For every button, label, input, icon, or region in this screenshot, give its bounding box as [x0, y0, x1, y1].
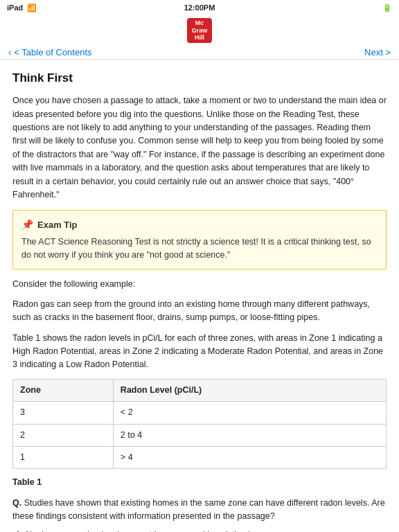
table-header-zone: Zone [13, 379, 114, 401]
radon-intro: Radon gas can seep from the ground into … [12, 298, 387, 325]
toc-link[interactable]: < Table of Contents [14, 47, 91, 57]
status-time: 12:00PM [184, 3, 215, 12]
table-cell-level: < 2 [113, 402, 386, 424]
tip-icon: 📌 [21, 218, 33, 233]
table-row: 3 < 2 [13, 402, 387, 424]
status-bar: iPad 📶 12:00PM 🔋 [0, 0, 399, 15]
table-cell-zone: 2 [13, 424, 114, 446]
status-right: 🔋 [382, 3, 392, 12]
choice-a: A. No, because radon levels cannot be me… [12, 529, 387, 532]
exam-tip-text: The ACT Science Reasoning Test is not st… [21, 236, 378, 262]
page-title: Think First [12, 69, 387, 87]
table-label: Table 1 [12, 476, 387, 489]
question-q-label: Q. [12, 498, 21, 508]
table-cell-zone: 3 [13, 402, 114, 424]
exam-tip-header: 📌 Exam Tip [21, 218, 378, 233]
table-row: 1 > 4 [13, 446, 387, 468]
back-chevron-icon: ‹ [8, 47, 11, 57]
nav-back[interactable]: ‹ < Table of Contents [8, 47, 92, 57]
nav-bar[interactable]: ‹ < Table of Contents Next > [0, 46, 399, 60]
radon-table: Zone Radon Level (pCi/L) 3 < 2 2 2 to 4 … [12, 379, 387, 470]
table-cell-zone: 1 [13, 446, 114, 468]
question-body: Studies have shown that existing homes i… [12, 498, 385, 521]
status-left: iPad 📶 [7, 3, 37, 12]
table-cell-level: > 4 [113, 446, 386, 468]
logo-bar: McGrawHill [0, 15, 399, 46]
question-section: Q. Studies have shown that existing home… [12, 497, 387, 532]
carrier-label: iPad [7, 3, 23, 12]
nav-next[interactable]: Next > [364, 47, 391, 57]
table-cell-level: 2 to 4 [113, 424, 386, 446]
battery-icon: 🔋 [382, 3, 392, 12]
intro-paragraph: Once you have chosen a passage to attack… [12, 94, 387, 202]
table-header-radon: Radon Level (pCi/L) [113, 379, 386, 401]
table-row: 2 2 to 4 [13, 424, 387, 446]
exam-tip-box: 📌 Exam Tip The ACT Science Reasoning Tes… [12, 210, 387, 269]
logo-text: McGrawHill [192, 19, 208, 42]
question-text: Q. Studies have shown that existing home… [12, 497, 387, 524]
consider-text: Consider the following example: [12, 278, 387, 291]
table-intro: Table 1 shows the radon levels in pCi/L … [12, 332, 387, 372]
wifi-icon: 📶 [27, 3, 37, 12]
exam-tip-label: Exam Tip [37, 218, 78, 232]
app-logo: McGrawHill [187, 18, 212, 43]
main-content: Think First Once you have chosen a passa… [0, 60, 399, 532]
